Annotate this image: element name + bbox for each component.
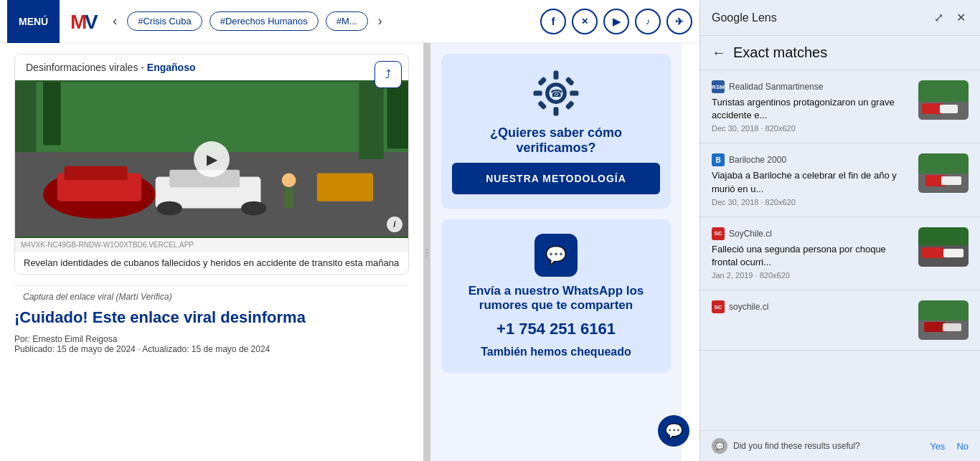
lens-title: Google Lens bbox=[712, 11, 777, 24]
source-name-2: SoyChile.cl bbox=[729, 229, 772, 239]
article-section: Desinformaciones virales - Engañoso bbox=[0, 43, 423, 461]
verify-text: ¿Quieres saber cómo verificamos? bbox=[452, 125, 660, 156]
nav-arrow-right[interactable]: › bbox=[375, 11, 385, 32]
list-item[interactable]: B Bariloche 2000 Viajaba a Bariloche a c… bbox=[700, 143, 980, 217]
svg-rect-24 bbox=[537, 77, 547, 87]
svg-rect-25 bbox=[565, 100, 575, 110]
tiktok-icon[interactable]: ♪ bbox=[635, 9, 661, 34]
list-item[interactable]: SC SoyChile.cl Falleció una segunda pers… bbox=[700, 217, 980, 290]
lens-panel: Google Lens ⤢ ✕ ← Exact matches RSM Real… bbox=[699, 0, 980, 461]
facebook-icon[interactable]: f bbox=[540, 9, 566, 34]
article-published: Publicado: 15 de mayo de 2024 · Actualiz… bbox=[14, 344, 409, 354]
whatsapp-icon: 💬 bbox=[534, 234, 578, 277]
feedback-yes-button[interactable]: Yes bbox=[924, 441, 951, 452]
back-icon: ← bbox=[712, 44, 726, 60]
whatsapp-symbol: 💬 bbox=[545, 245, 567, 265]
nav-arrow-left[interactable]: ‹ bbox=[110, 11, 120, 32]
result-meta-2: SC SoyChile.cl Falleció una segunda pers… bbox=[712, 227, 911, 280]
card-footer: Captura del enlace viral (Martí Verifica… bbox=[14, 285, 409, 308]
thumb-image-1 bbox=[918, 153, 969, 193]
whatsapp-text: Envía a nuestro WhatsApp los rumores que… bbox=[452, 284, 660, 313]
result-text-1: Viajaba a Bariloche a celebrar el fin de… bbox=[712, 169, 911, 195]
svg-text:☎: ☎ bbox=[550, 87, 562, 99]
svg-rect-14 bbox=[317, 174, 373, 201]
list-item[interactable]: RSM Realidad Sanmartinense Turistas arge… bbox=[700, 70, 980, 143]
article-card-wrapper: Desinformaciones virales - Engañoso bbox=[14, 54, 409, 308]
feedback-text: Did you find these results useful? bbox=[733, 441, 918, 451]
svg-rect-27 bbox=[565, 77, 575, 87]
source-name-1: Bariloche 2000 bbox=[729, 155, 786, 165]
close-icon: ✕ bbox=[956, 11, 966, 24]
thumb-image-0 bbox=[918, 80, 969, 120]
lens-expand-button[interactable]: ⤢ bbox=[931, 8, 946, 27]
social-icons: f ✕ ▶ ♪ ✈ bbox=[540, 9, 692, 34]
svg-rect-43 bbox=[924, 322, 946, 332]
svg-rect-40 bbox=[943, 249, 963, 257]
thumb-image-2 bbox=[918, 227, 969, 267]
verify-box: ☎ ¿Quieres saber cómo verificamos? NUEST… bbox=[441, 54, 671, 209]
result-thumbnail-0 bbox=[918, 80, 969, 120]
result-date-0: Dec 30, 2018 · 820x620 bbox=[712, 124, 911, 133]
play-icon: ▶ bbox=[207, 151, 217, 168]
twitter-icon[interactable]: ✕ bbox=[572, 9, 598, 34]
result-text-0: Turistas argentinos protagonizaron un gr… bbox=[712, 96, 911, 122]
play-button[interactable]: ▶ bbox=[194, 141, 230, 177]
hashtag-btn-1[interactable]: #Derechos Humanos bbox=[209, 11, 319, 31]
article-card: Desinformaciones virales - Engañoso bbox=[14, 54, 409, 275]
source-logo-2: SC bbox=[712, 227, 725, 240]
site-logo: M V bbox=[67, 7, 103, 36]
svg-rect-15 bbox=[15, 82, 36, 152]
result-date-2: Jan 2, 2019 · 820x620 bbox=[712, 271, 911, 280]
article-tag-bold: Engañoso bbox=[147, 62, 196, 73]
svg-rect-22 bbox=[534, 91, 542, 96]
svg-rect-39 bbox=[922, 247, 945, 258]
result-meta-1: B Bariloche 2000 Viajaba a Bariloche a c… bbox=[712, 153, 911, 206]
source-name-0: Realidad Sanmartinense bbox=[729, 82, 823, 92]
source-logo-0: RSM bbox=[712, 80, 725, 93]
svg-rect-32 bbox=[940, 105, 958, 113]
svg-rect-7 bbox=[65, 166, 128, 181]
telegram-icon[interactable]: ✈ bbox=[666, 9, 692, 34]
result-source-3: SC soychile.cl bbox=[712, 300, 911, 313]
lens-header-icons: ⤢ ✕ bbox=[931, 8, 969, 27]
hashtag-btn-0[interactable]: #Crisis Cuba bbox=[127, 11, 202, 31]
gear-icon: ☎ bbox=[531, 68, 581, 118]
whatsapp-box: 💬 Envía a nuestro WhatsApp los rumores q… bbox=[441, 219, 671, 373]
svg-point-11 bbox=[241, 201, 266, 216]
article-card-header: Desinformaciones virales - Engañoso bbox=[15, 54, 408, 80]
hashtag-btn-2[interactable]: #M... bbox=[326, 11, 368, 31]
result-text-2: Falleció una segunda persona por choque … bbox=[712, 243, 911, 269]
svg-rect-36 bbox=[941, 176, 961, 185]
lens-close-button[interactable]: ✕ bbox=[953, 8, 969, 27]
result-meta-3: SC soychile.cl bbox=[712, 300, 911, 316]
article-image-container: ▶ i bbox=[15, 80, 408, 238]
scroll-divider[interactable]: ⋮ bbox=[423, 43, 430, 461]
svg-rect-16 bbox=[43, 82, 60, 145]
main-content: MENÚ M V ‹ #Crisis Cuba #Derechos Humano… bbox=[0, 0, 699, 461]
tambien-text: También hemos chequeado bbox=[481, 346, 631, 358]
methodology-button[interactable]: NUESTRA METODOLOGÍA bbox=[452, 163, 660, 194]
result-thumbnail-3 bbox=[918, 300, 969, 340]
svg-text:V: V bbox=[85, 11, 98, 33]
phone-number: +1 754 251 6161 bbox=[496, 320, 616, 338]
svg-rect-18 bbox=[387, 82, 408, 148]
youtube-icon[interactable]: ▶ bbox=[603, 9, 629, 34]
lens-results: RSM Realidad Sanmartinense Turistas arge… bbox=[700, 70, 980, 430]
expand-icon: ⤢ bbox=[934, 11, 943, 24]
share-button[interactable]: ⤴ bbox=[374, 61, 402, 88]
menu-button[interactable]: MENÚ bbox=[7, 0, 60, 43]
feedback-no-button[interactable]: No bbox=[956, 441, 969, 452]
list-item[interactable]: SC soychile.cl bbox=[700, 290, 980, 351]
svg-rect-13 bbox=[284, 187, 294, 208]
back-button[interactable]: ← bbox=[712, 44, 726, 61]
svg-rect-26 bbox=[537, 100, 547, 110]
top-nav: MENÚ M V ‹ #Crisis Cuba #Derechos Humano… bbox=[0, 0, 699, 43]
svg-point-10 bbox=[157, 201, 182, 216]
result-source-2: SC SoyChile.cl bbox=[712, 227, 911, 240]
chat-button[interactable]: 💬 bbox=[658, 415, 689, 447]
source-url: M4VXK-NC49GB-RNDW-W1O0XTBD6.VERCEL.APP bbox=[15, 238, 408, 252]
share-icon: ⤴ bbox=[385, 68, 391, 81]
info-button[interactable]: i bbox=[387, 217, 402, 232]
svg-rect-17 bbox=[359, 82, 384, 159]
right-sidebar: ☎ ¿Quieres saber cómo verificamos? NUEST… bbox=[430, 43, 682, 461]
